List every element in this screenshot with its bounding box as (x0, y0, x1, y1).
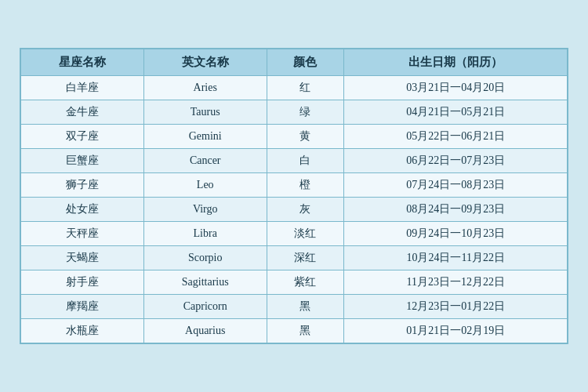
table-row: 摩羯座Capricorn黑12月23日一01月22日 (21, 295, 568, 319)
cell-chinese-name: 处女座 (21, 198, 144, 222)
header-chinese-name: 星座名称 (21, 49, 144, 76)
cell-date: 06月22日一07月23日 (344, 149, 568, 173)
cell-color: 淡红 (267, 222, 344, 246)
table-header-row: 星座名称 英文名称 颜色 出生日期（阳历） (21, 49, 568, 76)
table-row: 射手座Sagittarius紫红11月23日一12月22日 (21, 270, 568, 295)
cell-chinese-name: 金牛座 (21, 100, 144, 125)
cell-date: 05月22日一06月21日 (344, 125, 568, 149)
table-row: 天蝎座Scorpio深红10月24日一11月22日 (21, 246, 568, 270)
zodiac-table-container: 星座名称 英文名称 颜色 出生日期（阳历） 白羊座Aries红03月21日一04… (20, 48, 568, 344)
table-row: 巨蟹座Cancer白06月22日一07月23日 (21, 149, 568, 173)
cell-chinese-name: 狮子座 (21, 173, 144, 198)
cell-english-name: Cancer (143, 149, 267, 173)
cell-date: 04月21日一05月21日 (344, 100, 568, 125)
cell-color: 黑 (267, 319, 344, 343)
cell-english-name: Virgo (143, 198, 267, 222)
table-row: 水瓶座Aquarius黑01月21日一02月19日 (21, 319, 568, 343)
header-color: 颜色 (267, 49, 344, 76)
cell-chinese-name: 摩羯座 (21, 295, 144, 319)
cell-chinese-name: 天蝎座 (21, 246, 144, 270)
cell-color: 黑 (267, 295, 344, 319)
cell-chinese-name: 巨蟹座 (21, 149, 144, 173)
cell-english-name: Libra (143, 222, 267, 246)
table-body: 白羊座Aries红03月21日一04月20日金牛座Taurus绿04月21日一0… (21, 76, 568, 343)
cell-english-name: Aries (143, 76, 267, 100)
cell-date: 03月21日一04月20日 (344, 76, 568, 100)
cell-english-name: Scorpio (143, 246, 267, 270)
table-row: 处女座Virgo灰08月24日一09月23日 (21, 198, 568, 222)
cell-color: 灰 (267, 198, 344, 222)
table-row: 天秤座Libra淡红09月24日一10月23日 (21, 222, 568, 246)
cell-date: 01月21日一02月19日 (344, 319, 568, 343)
cell-english-name: Gemini (143, 125, 267, 149)
header-date: 出生日期（阳历） (344, 49, 568, 76)
cell-chinese-name: 双子座 (21, 125, 144, 149)
cell-date: 11月23日一12月22日 (344, 270, 568, 295)
cell-chinese-name: 射手座 (21, 270, 144, 295)
cell-color: 绿 (267, 100, 344, 125)
header-english-name: 英文名称 (143, 49, 267, 76)
cell-english-name: Leo (143, 173, 267, 198)
table-row: 狮子座Leo橙07月24日一08月23日 (21, 173, 568, 198)
cell-english-name: Capricorn (143, 295, 267, 319)
table-row: 双子座Gemini黄05月22日一06月21日 (21, 125, 568, 149)
cell-color: 深红 (267, 246, 344, 270)
table-row: 金牛座Taurus绿04月21日一05月21日 (21, 100, 568, 125)
cell-date: 09月24日一10月23日 (344, 222, 568, 246)
zodiac-table: 星座名称 英文名称 颜色 出生日期（阳历） 白羊座Aries红03月21日一04… (20, 49, 568, 343)
cell-english-name: Sagittarius (143, 270, 267, 295)
cell-color: 橙 (267, 173, 344, 198)
cell-english-name: Aquarius (143, 319, 267, 343)
cell-color: 黄 (267, 125, 344, 149)
cell-date: 10月24日一11月22日 (344, 246, 568, 270)
cell-color: 红 (267, 76, 344, 100)
cell-chinese-name: 天秤座 (21, 222, 144, 246)
cell-chinese-name: 水瓶座 (21, 319, 144, 343)
cell-date: 12月23日一01月22日 (344, 295, 568, 319)
cell-chinese-name: 白羊座 (21, 76, 144, 100)
cell-color: 紫红 (267, 270, 344, 295)
table-row: 白羊座Aries红03月21日一04月20日 (21, 76, 568, 100)
cell-date: 07月24日一08月23日 (344, 173, 568, 198)
cell-date: 08月24日一09月23日 (344, 198, 568, 222)
cell-color: 白 (267, 149, 344, 173)
cell-english-name: Taurus (143, 100, 267, 125)
